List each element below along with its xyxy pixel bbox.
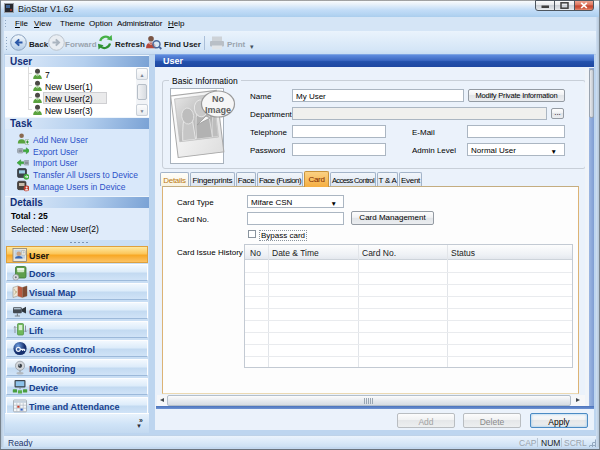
svg-text:Image: Image <box>205 105 231 115</box>
svg-text:No: No <box>212 94 224 104</box>
